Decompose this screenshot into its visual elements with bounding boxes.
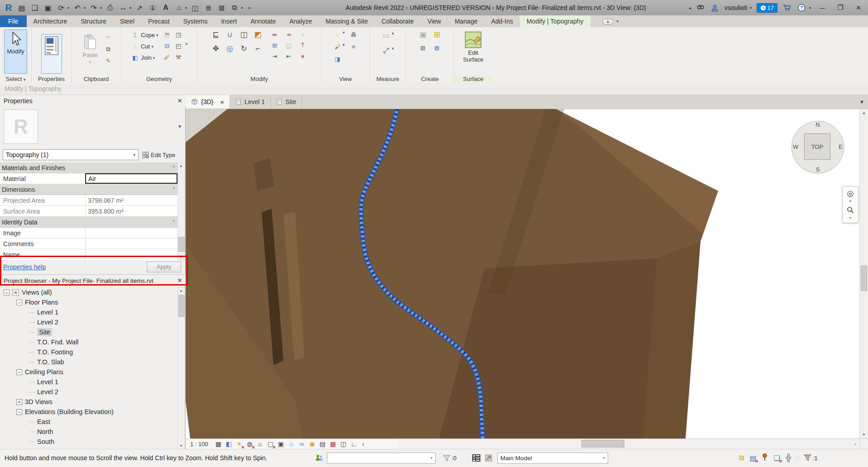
- tree-item-east[interactable]: ┈┈East: [0, 417, 177, 427]
- tab-manage[interactable]: Manage: [448, 15, 484, 27]
- collapse-toggle-icon[interactable]: –: [16, 409, 22, 415]
- collapse-toggle-icon[interactable]: –: [16, 369, 22, 375]
- viewcube-west[interactable]: W: [793, 143, 798, 150]
- tab-steel[interactable]: Steel: [113, 15, 141, 27]
- wall-opening-icon[interactable]: ⬒︎: [163, 30, 172, 39]
- lock-3d-view-icon[interactable]: ⌂: [287, 439, 296, 448]
- rendering-dialog-icon[interactable]: ♨: [255, 439, 265, 448]
- demolish-icon[interactable]: ⚒︎: [174, 53, 183, 62]
- ribbon-cycle-caret-icon[interactable]: ▾: [616, 19, 619, 24]
- create-group-icon[interactable]: ▣: [419, 30, 427, 39]
- thin-lines-icon[interactable]: ≣︎: [203, 3, 213, 13]
- material-value-input[interactable]: Air: [85, 173, 177, 184]
- text-icon[interactable]: A: [161, 3, 171, 13]
- reveal-constraints-icon[interactable]: ∟: [349, 439, 359, 448]
- array-icon[interactable]: ⊞: [270, 41, 279, 50]
- user-name[interactable]: vsoulioti: [724, 4, 748, 11]
- viewcube[interactable]: N S W E TOP: [791, 120, 845, 174]
- scale-icon[interactable]: ◱︎: [284, 41, 293, 50]
- switch-windows-caret-icon[interactable]: ▾: [241, 6, 243, 10]
- tab-add-ins[interactable]: Add-Ins: [484, 15, 520, 27]
- active-design-option-icon[interactable]: [484, 449, 493, 467]
- image-value-input[interactable]: [85, 228, 177, 238]
- collapse-toggle-icon[interactable]: –: [4, 290, 10, 295]
- trial-days-badge[interactable]: 17: [757, 3, 777, 13]
- restore-button[interactable]: ❐︎: [834, 2, 847, 14]
- 3d-view-caret-icon[interactable]: ▾: [185, 6, 187, 10]
- view-scale-button[interactable]: 1 : 100: [190, 441, 208, 448]
- view-camera-icon[interactable]: 🖷︎: [349, 30, 358, 39]
- properties-toggle-button[interactable]: [41, 34, 62, 74]
- help-icon[interactable]: ?: [796, 3, 806, 13]
- tab-modify-topography[interactable]: Modify | Topography: [520, 15, 590, 27]
- tree-item-ceiling-level-1[interactable]: ┈┈Level 1: [0, 377, 177, 387]
- tab-structure[interactable]: Structure: [74, 15, 113, 27]
- type-preview-image[interactable]: R: [4, 110, 38, 144]
- tree-item-ceiling-plans[interactable]: – Ceiling Plans: [0, 367, 177, 377]
- store-cart-icon[interactable]: [782, 3, 792, 13]
- shadows-icon[interactable]: ◍: [245, 439, 254, 448]
- design-options-icon[interactable]: [472, 449, 481, 467]
- reveal-hidden-elements-icon[interactable]: ◉: [307, 439, 317, 448]
- properties-scrollbar[interactable]: ▲ ▼: [177, 162, 185, 260]
- tree-item-floor-plans[interactable]: – Floor Plans: [0, 297, 177, 307]
- design-option-select[interactable]: Main Model▾: [497, 449, 608, 467]
- copy-icon[interactable]: ◎: [225, 44, 234, 53]
- displacement-sets-icon[interactable]: ◫: [339, 439, 348, 448]
- show-crop-region-icon[interactable]: ▣: [276, 439, 286, 448]
- tree-item-to-slab[interactable]: ┈┈T.O. Slab: [0, 357, 177, 367]
- tab-file[interactable]: File: [0, 15, 27, 27]
- create-assembly-icon[interactable]: ⧇︎: [433, 43, 441, 52]
- customize-qat-icon[interactable]: ≂: [248, 5, 251, 10]
- user-avatar-icon[interactable]: [710, 3, 720, 13]
- horizontal-scrollbar-thumb[interactable]: [581, 440, 624, 448]
- topography-3d-view[interactable]: [186, 109, 859, 438]
- sync-icon[interactable]: ⟳: [56, 3, 66, 13]
- view-tab-3d[interactable]: {3D} ×: [186, 95, 230, 109]
- expand-toggle-icon[interactable]: +: [16, 399, 22, 405]
- measure-caret-icon[interactable]: ▾: [392, 31, 394, 40]
- scroll-up-icon[interactable]: ▲: [178, 163, 184, 169]
- measure-along-element-icon[interactable]: ⤢︎: [382, 46, 390, 55]
- split-element-icon[interactable]: ◫: [240, 30, 248, 39]
- default-3d-view-icon[interactable]: ⌂: [174, 3, 184, 13]
- temporary-view-properties-icon[interactable]: ▤: [318, 439, 327, 448]
- panel-select-label[interactable]: Select ▾: [0, 76, 31, 82]
- zoom-tool-icon[interactable]: [844, 205, 856, 215]
- match-type-icon[interactable]: ✎︎: [104, 57, 113, 65]
- aligned-dimension-icon[interactable]: ↗: [134, 3, 144, 13]
- vertical-scrollbar-thumb[interactable]: [861, 266, 867, 291]
- project-browser-scrollbar-thumb[interactable]: [178, 295, 185, 317]
- tab-collaborate[interactable]: Collaborate: [374, 15, 421, 27]
- horizontal-scrollbar[interactable]: [398, 439, 851, 449]
- scroll-down-icon[interactable]: ▼: [178, 443, 184, 449]
- tab-view[interactable]: View: [421, 15, 448, 27]
- cut-geometry-button[interactable]: ◌Cut▾: [131, 41, 158, 52]
- type-selector[interactable]: Topography (1) ▾: [3, 149, 139, 160]
- create-parts-icon[interactable]: ⧈︎: [419, 43, 427, 52]
- offset-icon[interactable]: ∪: [225, 30, 234, 39]
- measure-icon[interactable]: ↔: [118, 3, 128, 13]
- tab-insert[interactable]: Insert: [214, 15, 244, 27]
- viewcube-east[interactable]: E: [839, 143, 843, 150]
- view-tab-list-icon[interactable]: ▼: [859, 99, 864, 105]
- save-icon[interactable]: ▣: [43, 3, 53, 13]
- redo-caret-icon[interactable]: ▾: [100, 6, 102, 10]
- undo-caret-icon[interactable]: ▾: [84, 6, 86, 10]
- ribbon-cycle-icon[interactable]: ▲: [602, 19, 614, 24]
- close-inactive-windows-icon[interactable]: ⊠: [216, 3, 226, 13]
- tree-item-to-fnd-wall[interactable]: ┈┈T.O. Fnd. Wall: [0, 337, 177, 347]
- tab-analyze[interactable]: Analyze: [283, 15, 319, 27]
- section-collapse-icon[interactable]: ^: [173, 187, 175, 192]
- redo-icon[interactable]: ↷: [89, 3, 99, 13]
- steering-wheel-caret-icon[interactable]: ▾: [849, 199, 851, 203]
- linework-icon[interactable]: ≡: [349, 43, 358, 51]
- section-icon[interactable]: ◫: [190, 3, 200, 13]
- switch-windows-icon[interactable]: ⧉: [230, 3, 240, 13]
- panel-properties-label[interactable]: Properties: [32, 76, 71, 82]
- view-tab-site[interactable]: Site: [271, 95, 302, 109]
- properties-scrollbar-thumb[interactable]: [178, 237, 185, 252]
- drawing-area[interactable]: N S W E TOP ◎ ▾ ▾: [186, 109, 859, 438]
- tab-annotate[interactable]: Annotate: [244, 15, 283, 27]
- tab-precast[interactable]: Precast: [141, 15, 176, 27]
